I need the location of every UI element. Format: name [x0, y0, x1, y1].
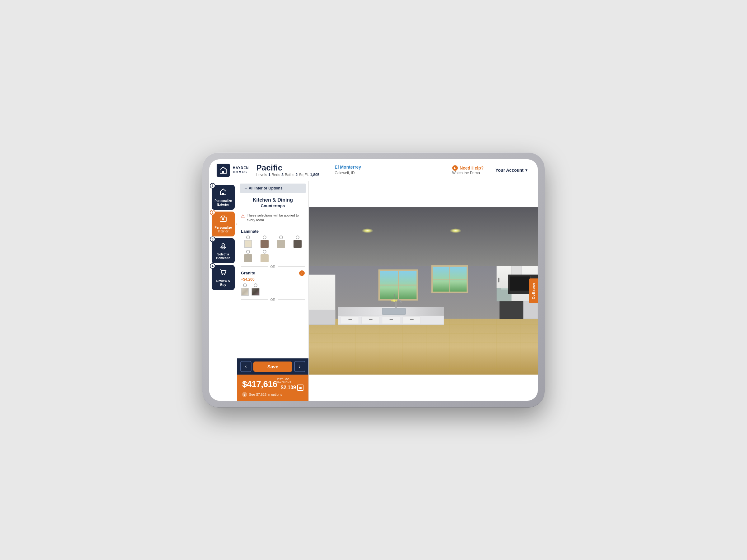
or-divider-1: OR [241, 265, 305, 268]
svg-point-60 [393, 299, 395, 302]
logo-area: HAYDEN HOMES [216, 164, 249, 177]
warning-box: ⚠ These selections will be applied to ev… [237, 211, 308, 225]
hayden-homes-logo-icon [216, 164, 230, 177]
granite-radio-1 [243, 284, 247, 287]
step-4-button[interactable]: 4 Review & Buy [212, 265, 235, 290]
swatch-color-6 [260, 254, 268, 262]
save-button[interactable]: Save [253, 362, 292, 372]
price-info-icon: i [242, 392, 247, 397]
collapse-label: Collapse [532, 283, 535, 299]
svg-rect-54 [382, 308, 406, 315]
location-area: El Monterrey Caldwell, ID [335, 164, 361, 176]
step-1-number: 1 [210, 183, 215, 189]
step-2-button[interactable]: 2 PersonalizeInterior → [212, 212, 235, 236]
svg-rect-51 [369, 319, 372, 320]
header-right: ▶ Need Help? Watch the Demo Your Account… [452, 165, 531, 175]
collapse-button[interactable]: Collapse [529, 278, 538, 303]
est-mo-value-row: $2,109 ⊞ [281, 384, 304, 391]
laminate-swatch-4[interactable] [290, 236, 305, 248]
header-divider [327, 163, 327, 177]
left-panel-inner: 1 PersonalizeExterior 2 [209, 181, 309, 401]
laminate-swatch-2[interactable] [257, 236, 272, 248]
svg-rect-13 [309, 319, 538, 375]
laminate-swatch-6[interactable] [257, 250, 272, 262]
logo-brand-line2: HOMES [233, 170, 249, 174]
svg-rect-55 [395, 301, 396, 308]
svg-rect-36 [499, 301, 523, 319]
tablet-shell: HAYDEN HOMES Pacific Levels 1 Beds 3 Bat… [202, 153, 545, 407]
logo-brand-line1: HAYDEN [233, 166, 249, 170]
price-amount: $417,616 [242, 379, 277, 389]
kitchen-render-svg [309, 181, 538, 401]
granite-swatch-1[interactable] [241, 284, 249, 296]
est-mo-label: est. mo. payment [277, 378, 304, 384]
svg-rect-64 [498, 278, 499, 283]
granite-color-2 [252, 288, 260, 296]
warning-text: These selections will be applied to ever… [247, 213, 305, 223]
svg-rect-11 [309, 207, 538, 266]
swatch-radio-6 [263, 250, 266, 254]
price-options-text: See $7,626 in options [249, 393, 282, 396]
swatch-radio-1 [246, 236, 250, 239]
account-button[interactable]: Your Account ▾ [492, 166, 531, 175]
price-bar: $417,616 est. mo. payment $2,109 ⊞ [237, 375, 308, 401]
step-2-label: PersonalizeInterior [214, 226, 232, 233]
next-button[interactable]: › [294, 361, 305, 372]
swatch-radio-2 [263, 236, 266, 239]
svg-rect-49 [403, 317, 420, 324]
step-4-label: Review & Buy [213, 279, 233, 287]
svg-rect-46 [341, 317, 359, 324]
tablet-screen: HAYDEN HOMES Pacific Levels 1 Beds 3 Bat… [209, 159, 538, 401]
step-3-icon [219, 241, 227, 251]
play-icon[interactable]: ▶ [452, 165, 458, 171]
header: HAYDEN HOMES Pacific Levels 1 Beds 3 Bat… [209, 159, 538, 181]
location-city: Caldwell, ID [335, 170, 361, 176]
svg-point-56 [362, 229, 374, 233]
logo-text: HAYDEN HOMES [233, 166, 249, 174]
granite-info-icon[interactable]: i [299, 270, 305, 276]
swatch-color-1 [244, 240, 252, 248]
prev-button[interactable]: ‹ [240, 361, 252, 372]
svg-rect-4 [222, 193, 224, 195]
svg-rect-2 [222, 171, 224, 173]
back-all-interior-button[interactable]: ← All Interior Options [240, 184, 306, 193]
watch-demo-label[interactable]: Watch the Demo [452, 171, 480, 175]
chevron-down-icon: ▾ [525, 168, 527, 172]
svg-point-8 [222, 274, 223, 275]
calculator-icon[interactable]: ⊞ [297, 384, 304, 391]
svg-point-7 [222, 244, 225, 246]
or-line-left [241, 266, 268, 267]
step-1-button[interactable]: 1 PersonalizeExterior [212, 185, 235, 210]
granite-swatches [241, 284, 305, 296]
beds-label: Beds [272, 173, 280, 177]
step-1-label: PersonalizeExterior [214, 199, 232, 207]
laminate-swatch-3[interactable] [274, 236, 288, 248]
swatch-radio-4 [296, 236, 300, 239]
svg-rect-30 [309, 310, 335, 324]
swatch-color-2 [260, 240, 268, 248]
step-3-button[interactable]: 3 Select aHomesite [212, 238, 235, 263]
or-text-2: OR [270, 298, 276, 301]
laminate-swatch-1[interactable] [241, 236, 256, 248]
swatch-radio-3 [279, 236, 283, 239]
sqft-val: 1,805 [310, 173, 319, 177]
viewer-area: Collapse [309, 181, 538, 401]
laminate-swatch-5[interactable] [241, 250, 256, 262]
svg-point-62 [395, 300, 397, 301]
svg-rect-53 [410, 319, 414, 320]
price-est: est. mo. payment $2,109 ⊞ [277, 378, 304, 391]
levels-label: Levels [256, 173, 267, 177]
swatch-color-4 [293, 240, 302, 248]
svg-point-57 [450, 229, 462, 233]
home-info: Pacific Levels 1 Beds 3 Baths 2 Sq.Ft. 1… [256, 163, 319, 177]
step-2-arrow: → [233, 221, 238, 228]
step-sidebar: 1 PersonalizeExterior 2 [209, 181, 237, 401]
laminate-swatches [241, 236, 305, 262]
home-model-title: Pacific [256, 163, 319, 173]
location-name: El Monterrey [335, 164, 361, 170]
granite-swatch-2[interactable] [252, 284, 260, 296]
granite-header: Granite i [241, 270, 305, 276]
svg-rect-50 [348, 319, 352, 320]
options-panel: ← All Interior Options Kitchen & Dining … [237, 181, 309, 401]
granite-color-1 [241, 288, 249, 296]
